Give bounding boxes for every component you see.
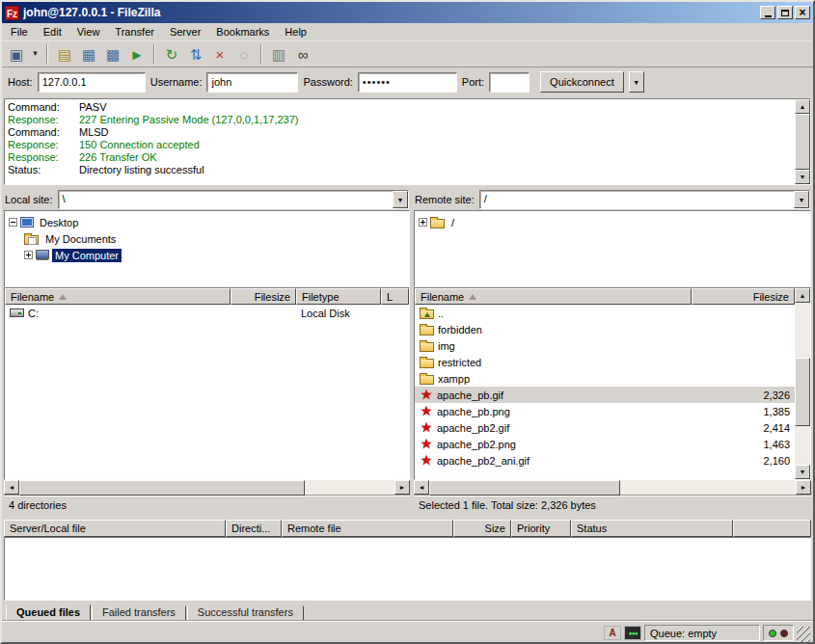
maximize-button[interactable] (777, 6, 793, 19)
remote-site-dropdown-icon[interactable]: ▼ (794, 191, 809, 208)
message-log-icon[interactable]: ▤ (53, 43, 76, 65)
quickconnect-button[interactable]: Quickconnect (540, 71, 624, 93)
menu-bookmarks[interactable]: Bookmarks (208, 24, 277, 40)
minimize-button[interactable] (760, 6, 775, 19)
tree-item-my-documents[interactable]: My Documents (7, 230, 407, 247)
cancel-icon[interactable]: × (208, 43, 231, 65)
expand-icon[interactable] (419, 218, 427, 227)
username-input[interactable] (206, 72, 298, 93)
column-header-filetype[interactable]: Filetype (296, 288, 381, 305)
file-row-apache-pb2-png[interactable]: apache_pb2.png1,463 (415, 436, 795, 452)
file-row-apache-pb2-gif[interactable]: apache_pb2.gif2,414 (415, 419, 795, 436)
file-name-cell: apache_pb2.png (415, 439, 692, 450)
remote-vscroll-thumb[interactable] (795, 358, 810, 426)
local-file-rows[interactable]: C:Local Disk (5, 305, 409, 479)
column-header-size[interactable]: Size (453, 520, 511, 537)
toolbar-separator (153, 44, 155, 64)
port-input[interactable] (489, 72, 530, 93)
refresh-icon[interactable]: ↻ (160, 43, 183, 65)
directory-compare-icon[interactable]: ▥ (267, 43, 290, 65)
find-icon[interactable]: ∞ (291, 43, 314, 65)
transfer-mode-icon[interactable]: A (604, 626, 621, 640)
file-row-img[interactable]: img (415, 337, 795, 354)
transfer-queue-icon[interactable]: ► (125, 43, 149, 65)
scroll-down-icon[interactable]: ▼ (795, 465, 810, 479)
connect-icon[interactable]: ▣ (5, 43, 28, 65)
local-tree[interactable]: DesktopMy DocumentsMy Computer (4, 210, 410, 287)
collapse-icon[interactable] (9, 218, 17, 227)
process-queue-icon[interactable]: ⇅ (184, 43, 207, 65)
column-header-filesize[interactable]: Filesize (692, 288, 795, 305)
column-header-directi[interactable]: Directi... (226, 520, 282, 537)
menu-server[interactable]: Server (162, 24, 208, 40)
password-input[interactable] (358, 72, 457, 93)
column-header-status[interactable]: Status (571, 520, 733, 537)
file-row-c[interactable]: C:Local Disk (5, 305, 409, 321)
remote-vscroll-track[interactable] (795, 303, 810, 465)
disconnect-icon[interactable]: ◌ (232, 43, 256, 65)
local-tree-icon[interactable]: ▦ (77, 43, 100, 65)
log-scroll-thumb[interactable] (795, 114, 810, 170)
remote-tree-icon[interactable]: ▩ (101, 43, 124, 65)
menu-file[interactable]: File (3, 24, 36, 40)
tree-item-my-computer[interactable]: My Computer (7, 247, 407, 263)
remote-hscroll-thumb[interactable] (429, 480, 620, 496)
menu-edit[interactable]: Edit (36, 24, 69, 40)
scroll-right-icon[interactable]: ► (796, 480, 811, 495)
column-header-label: L (387, 291, 393, 303)
remote-tree[interactable]: / (414, 210, 811, 287)
queue-body[interactable] (4, 537, 811, 601)
tab-successful-transfers[interactable]: Successful transfers (187, 605, 304, 621)
column-header-filesize[interactable]: Filesize (231, 288, 296, 305)
local-hscroll-track[interactable] (19, 480, 394, 496)
close-button[interactable]: × (795, 6, 810, 19)
password-label: Password: (303, 76, 352, 88)
file-row-apache-pb2-ani-gif[interactable]: apache_pb2_ani.gif2,160 (415, 452, 795, 469)
remote-vscrollbar[interactable]: ▲ ▼ (795, 288, 810, 479)
menu-view[interactable]: View (69, 24, 108, 40)
title-bar[interactable]: Fz john@127.0.0.1 - FileZilla × (2, 2, 813, 23)
column-header-server-local-file[interactable]: Server/Local file (4, 520, 226, 537)
remote-hscrollbar[interactable]: ◄ ► (414, 480, 811, 496)
local-site-combo[interactable]: \ ▼ (58, 190, 409, 209)
file-row-apache-pb-gif[interactable]: apache_pb.gif2,326 (415, 387, 795, 403)
tab-failed-transfers[interactable]: Failed transfers (92, 605, 186, 621)
local-site-dropdown-icon[interactable]: ▼ (393, 191, 408, 208)
column-header-remote-file[interactable]: Remote file (282, 520, 453, 537)
queue-tabs: Queued filesFailed transfersSuccessful t… (2, 601, 813, 621)
column-header-l[interactable]: L (381, 288, 409, 305)
tree-item-[interactable]: / (417, 214, 808, 230)
column-header-priority[interactable]: Priority (511, 520, 571, 537)
resize-grip[interactable] (797, 627, 810, 642)
file-row-[interactable]: .. (415, 305, 795, 321)
menu-transfer[interactable]: Transfer (107, 24, 162, 40)
remote-site-combo[interactable]: / ▼ (479, 190, 810, 209)
tab-queued-files[interactable]: Queued files (6, 604, 91, 621)
host-input[interactable] (38, 72, 146, 93)
local-hscrollbar[interactable]: ◄ ► (4, 480, 410, 496)
quickconnect-dropdown-button[interactable]: ▼ (629, 71, 644, 93)
scroll-up-icon[interactable]: ▲ (795, 288, 810, 303)
log-scroll-track[interactable] (795, 114, 810, 170)
file-row-apache-pb-png[interactable]: apache_pb.png1,385 (415, 403, 795, 419)
scroll-left-icon[interactable]: ◄ (414, 480, 429, 495)
column-header-filename[interactable]: Filename (5, 288, 231, 305)
file-row-xampp[interactable]: xampp (415, 370, 795, 387)
connect-dropdown-icon[interactable]: ▼ (29, 43, 41, 65)
scroll-up-icon[interactable]: ▲ (795, 99, 810, 114)
scroll-right-icon[interactable]: ► (394, 480, 410, 495)
column-header-filename[interactable]: Filename (415, 288, 692, 305)
remote-hscroll-track[interactable] (429, 480, 796, 496)
menu-help[interactable]: Help (277, 24, 314, 40)
folder-icon (430, 219, 445, 228)
scroll-left-icon[interactable]: ◄ (4, 480, 19, 495)
log-scrollbar[interactable]: ▲ ▼ (795, 99, 810, 184)
tree-item-desktop[interactable]: Desktop (7, 214, 407, 230)
local-hscroll-thumb[interactable] (19, 480, 305, 496)
scroll-down-icon[interactable]: ▼ (795, 170, 810, 184)
file-row-restricted[interactable]: restricted (415, 354, 795, 370)
expand-icon[interactable] (24, 251, 33, 259)
speed-display-icon[interactable]: ●●● (624, 626, 641, 640)
remote-file-rows[interactable]: ..forbiddenimgrestrictedxamppapache_pb.g… (415, 305, 795, 479)
file-row-forbidden[interactable]: forbidden (415, 321, 795, 337)
